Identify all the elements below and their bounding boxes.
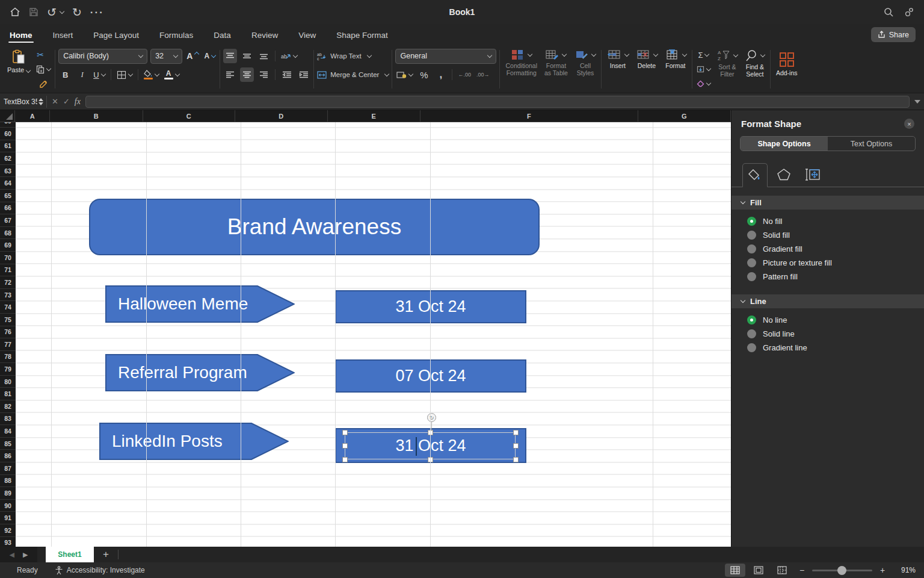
cancel-icon[interactable]: ✕ xyxy=(52,97,58,106)
decrease-indent-button[interactable] xyxy=(280,67,294,82)
row-header-89[interactable]: 89 xyxy=(0,487,16,500)
tab-home[interactable]: Home xyxy=(8,26,34,45)
page-layout-view-button[interactable] xyxy=(748,564,769,577)
undo-chevron-icon[interactable] xyxy=(60,8,64,13)
shape-task-referral-program[interactable]: Referral Program xyxy=(105,354,295,391)
radio-pattern-fill[interactable] xyxy=(747,272,756,281)
decrease-decimal-button[interactable]: .00→ xyxy=(475,67,491,82)
column-header-b[interactable]: B xyxy=(50,110,143,122)
fill-color-button[interactable] xyxy=(143,67,160,82)
addins-button[interactable]: Add-ins xyxy=(774,51,800,78)
row-header-87[interactable]: 87 xyxy=(0,462,16,475)
row-header-71[interactable]: 71 xyxy=(0,264,16,277)
option-gradient-line[interactable]: Gradient line xyxy=(732,341,924,355)
shape-date-2[interactable]: 07 Oct 24 xyxy=(335,359,526,393)
option-no-fill[interactable]: No fill xyxy=(732,214,924,228)
column-header-f[interactable]: F xyxy=(420,110,638,122)
page-break-view-button[interactable] xyxy=(772,564,792,577)
row-header-62[interactable]: 62 xyxy=(0,152,16,165)
account-icon[interactable] xyxy=(904,7,914,17)
cell-styles-button[interactable]: Cell Styles xyxy=(573,48,598,90)
row-header-73[interactable]: 73 xyxy=(0,289,16,302)
share-button[interactable]: Share xyxy=(871,27,916,42)
underline-button[interactable]: U xyxy=(92,67,106,82)
row-header-90[interactable]: 90 xyxy=(0,500,16,512)
column-header-a[interactable]: A xyxy=(15,110,50,122)
expand-formula-bar-icon[interactable] xyxy=(914,100,920,104)
increase-indent-button[interactable] xyxy=(297,67,310,82)
row-header-88[interactable]: 88 xyxy=(0,475,16,488)
font-size-select[interactable]: 32 xyxy=(150,49,182,64)
increase-decimal-button[interactable]: ←.00 xyxy=(457,67,472,82)
selection-handle[interactable] xyxy=(513,457,519,462)
paste-button[interactable]: Paste xyxy=(4,48,34,90)
row-header-76[interactable]: 76 xyxy=(0,326,16,339)
row-header-60[interactable]: 60 xyxy=(0,128,16,140)
normal-view-button[interactable] xyxy=(725,564,745,577)
format-cells-button[interactable]: Format xyxy=(662,48,689,90)
align-center-button[interactable] xyxy=(240,67,254,82)
sheet-tab-sheet1[interactable]: Sheet1 xyxy=(46,547,94,562)
size-properties-icon[interactable] xyxy=(800,163,825,187)
italic-button[interactable]: I xyxy=(75,67,89,82)
row-header-67[interactable]: 67 xyxy=(0,214,16,227)
sort-filter-button[interactable]: AZ Sort & Filter xyxy=(715,48,740,90)
row-header-85[interactable]: 85 xyxy=(0,438,16,450)
row-header-81[interactable]: 81 xyxy=(0,388,16,400)
zoom-out-button[interactable]: − xyxy=(795,565,808,575)
fill-down-button[interactable] xyxy=(695,63,712,76)
insert-cells-button[interactable]: Insert xyxy=(605,48,631,90)
column-header-c[interactable]: C xyxy=(143,110,235,122)
row-header-79[interactable]: 79 xyxy=(0,363,16,376)
shape-brand-awareness[interactable]: Brand Awareness xyxy=(89,199,540,255)
tab-text-options[interactable]: Text Options xyxy=(828,137,915,151)
delete-cells-button[interactable]: Delete xyxy=(633,48,660,90)
radio-no-line[interactable] xyxy=(747,315,756,325)
format-painter-button[interactable] xyxy=(35,77,52,90)
increase-font-size-button[interactable]: A xyxy=(185,49,200,63)
radio-no-fill[interactable] xyxy=(747,217,756,226)
autosum-button[interactable]: Σ xyxy=(695,48,712,61)
rotation-handle[interactable]: ↻ xyxy=(427,413,436,422)
enter-icon[interactable]: ✓ xyxy=(63,97,70,106)
more-icon[interactable]: ··· xyxy=(90,7,104,17)
row-header-86[interactable]: 86 xyxy=(0,450,16,462)
option-pattern-fill[interactable]: Pattern fill xyxy=(732,270,924,284)
align-top-button[interactable] xyxy=(223,49,237,63)
borders-button[interactable] xyxy=(116,67,134,82)
selection-handle[interactable] xyxy=(513,443,519,449)
formula-input[interactable] xyxy=(85,96,910,108)
redo-icon[interactable]: ↻ xyxy=(72,7,82,18)
zoom-in-button[interactable]: + xyxy=(876,565,889,575)
align-left-button[interactable] xyxy=(223,67,237,82)
row-header-78[interactable]: 78 xyxy=(0,351,16,364)
row-header-84[interactable]: 84 xyxy=(0,425,16,438)
option-no-line[interactable]: No line xyxy=(732,313,924,327)
radio-solid-fill[interactable] xyxy=(747,231,756,240)
row-header-61[interactable]: 61 xyxy=(0,140,16,153)
comma-style-button[interactable]: , xyxy=(434,67,448,82)
option-solid-fill[interactable]: Solid fill xyxy=(732,228,924,242)
percent-style-button[interactable]: % xyxy=(417,67,431,82)
tab-shape-options[interactable]: Shape Options xyxy=(741,137,828,151)
selection-handle[interactable] xyxy=(342,443,348,449)
save-icon[interactable] xyxy=(29,7,38,17)
bold-button[interactable]: B xyxy=(58,67,72,82)
radio-gradient-fill[interactable] xyxy=(747,244,756,253)
row-header-64[interactable]: 64 xyxy=(0,177,16,190)
undo-icon[interactable]: ↺ xyxy=(47,7,57,18)
row-header-59[interactable]: 59 xyxy=(0,122,16,128)
decrease-font-size-button[interactable]: A xyxy=(203,49,217,63)
option-picture-or-texture-fill[interactable]: Picture or texture fill xyxy=(732,256,924,270)
effects-pentagon-icon[interactable] xyxy=(771,163,796,187)
tab-review[interactable]: Review xyxy=(250,26,279,45)
accounting-format-button[interactable] xyxy=(395,67,414,82)
option-solid-line[interactable]: Solid line xyxy=(732,327,924,341)
number-format-select[interactable]: General xyxy=(395,49,496,64)
home-icon[interactable] xyxy=(10,7,20,17)
radio-picture-or-texture-fill[interactable] xyxy=(747,258,756,267)
accessibility-status[interactable]: Accessibility: Investigate xyxy=(55,566,145,575)
column-header-d[interactable]: D xyxy=(235,110,327,122)
row-header-72[interactable]: 72 xyxy=(0,276,16,289)
shape-date-3[interactable]: 31 Oct 24↻ xyxy=(335,428,526,463)
